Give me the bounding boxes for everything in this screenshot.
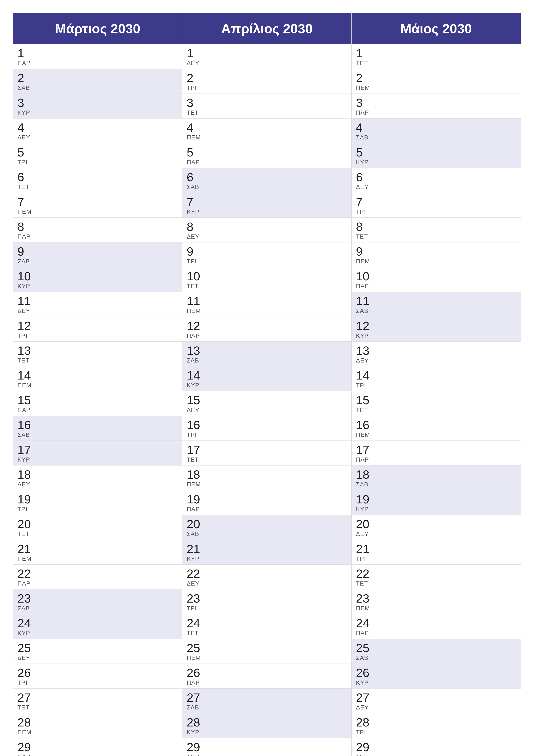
- day-name-m1-d1: ΤΡΙ: [187, 85, 347, 92]
- day-cell-m0-d16: 17ΚΥΡ: [13, 441, 182, 465]
- day-number-m0-d16: 17: [17, 444, 178, 456]
- day-number-m1-d1: 2: [187, 72, 347, 84]
- day-number-m2-d4: 5: [356, 146, 517, 158]
- day-name-m0-d10: ΔΕΥ: [17, 308, 178, 314]
- day-cell-m2-d8: 9ΠΕΜ: [352, 242, 521, 267]
- day-name-m2-d8: ΠΕΜ: [356, 258, 517, 265]
- day-number-m2-d17: 18: [356, 469, 517, 481]
- day-name-m0-d8: ΣΑΒ: [17, 258, 178, 265]
- day-number-m0-d25: 26: [17, 667, 178, 679]
- day-cell-m1-d17: 18ΠΕΜ: [182, 465, 352, 490]
- day-name-m1-d7: ΔΕΥ: [187, 233, 347, 240]
- day-number-m1-d7: 8: [187, 221, 347, 233]
- day-name-m1-d9: ΤΕΤ: [187, 283, 347, 290]
- day-cell-m0-d21: 22ΠΑΡ: [13, 564, 182, 589]
- day-cell-m2-d7: 8ΤΕΤ: [352, 217, 521, 242]
- day-number-m0-d6: 7: [17, 196, 178, 208]
- day-name-m1-d13: ΚΥΡ: [187, 382, 347, 389]
- day-number-m0-d1: 2: [17, 72, 178, 84]
- day-name-m0-d2: ΚΥΡ: [17, 109, 178, 116]
- day-number-m0-d9: 10: [17, 270, 178, 282]
- day-name-m1-d8: ΤΡΙ: [187, 258, 347, 265]
- day-cell-m1-d27: 28ΚΥΡ: [182, 713, 352, 738]
- day-number-m1-d12: 13: [187, 345, 347, 357]
- day-number-m2-d15: 16: [356, 419, 517, 431]
- day-cell-m1-d9: 10ΤΕΤ: [182, 267, 352, 292]
- day-cell-m0-d25: 26ΤΡΙ: [13, 663, 182, 688]
- day-number-m0-d22: 23: [17, 592, 178, 605]
- day-number-m2-d28: 29: [356, 741, 517, 753]
- day-number-m1-d2: 3: [187, 97, 347, 109]
- day-number-m1-d15: 16: [187, 419, 347, 431]
- day-number-m2-d9: 10: [356, 270, 517, 282]
- day-cell-m0-d17: 18ΔΕΥ: [13, 465, 182, 490]
- day-number-m2-d0: 1: [356, 47, 517, 59]
- day-name-m0-d1: ΣΑΒ: [17, 85, 178, 92]
- day-name-m0-d16: ΚΥΡ: [17, 456, 178, 463]
- day-cell-m0-d24: 25ΔΕΥ: [13, 639, 182, 663]
- day-cell-m2-d24: 25ΣΑΒ: [352, 639, 521, 663]
- day-name-m0-d12: ΤΕΤ: [17, 357, 178, 364]
- day-number-m0-d26: 27: [17, 691, 178, 704]
- day-cell-m0-d26: 27ΤΕΤ: [13, 688, 182, 713]
- day-name-m1-d16: ΤΕΤ: [187, 456, 347, 463]
- day-number-m1-d9: 10: [187, 270, 347, 282]
- day-cell-m0-d5: 6ΤΕΤ: [13, 168, 182, 193]
- day-name-m0-d3: ΔΕΥ: [17, 134, 178, 141]
- day-name-m2-d21: ΤΕΤ: [356, 580, 517, 587]
- day-name-m0-d13: ΠΕΜ: [17, 382, 178, 389]
- day-cell-m0-d8: 9ΣΑΒ: [13, 242, 182, 267]
- day-number-m0-d13: 14: [17, 369, 178, 381]
- day-cell-m0-d1: 2ΣΑΒ: [13, 69, 182, 94]
- day-name-m0-d28: ΠΑΡ: [17, 754, 178, 756]
- day-number-m1-d13: 14: [187, 369, 347, 381]
- day-name-m2-d27: ΤΡΙ: [356, 729, 517, 736]
- day-cell-m2-d11: 12ΚΥΡ: [352, 316, 521, 341]
- day-name-m0-d5: ΤΕΤ: [17, 184, 178, 191]
- day-name-m0-d18: ΤΡΙ: [17, 506, 178, 513]
- day-name-m2-d4: ΚΥΡ: [356, 159, 517, 166]
- day-cell-m2-d15: 16ΠΕΜ: [352, 416, 521, 441]
- day-cell-m1-d14: 15ΔΕΥ: [182, 391, 352, 416]
- day-cell-m1-d19: 20ΣΑΒ: [182, 515, 352, 540]
- day-number-m2-d11: 12: [356, 320, 517, 332]
- day-name-m1-d3: ΠΕΜ: [187, 134, 347, 141]
- day-cell-m1-d0: 1ΔΕΥ: [182, 44, 352, 69]
- day-number-m0-d14: 15: [17, 394, 178, 406]
- day-cell-m0-d20: 21ΠΕΜ: [13, 540, 182, 564]
- day-name-m1-d18: ΠΑΡ: [187, 506, 347, 513]
- month-header-1: Απρίλιος 2030: [182, 13, 352, 44]
- day-name-m0-d27: ΠΕΜ: [17, 729, 178, 736]
- calendar-grid: Μάρτιος 2030Απρίλιος 2030Μάιος 20301ΠΑΡ1…: [13, 13, 521, 756]
- day-name-m0-d4: ΤΡΙ: [17, 159, 178, 166]
- day-cell-m1-d26: 27ΣΑΒ: [182, 688, 352, 713]
- day-name-m1-d15: ΤΡΙ: [187, 431, 347, 438]
- day-name-m1-d28: ΔΕΥ: [187, 754, 347, 756]
- day-name-m1-d17: ΠΕΜ: [187, 481, 347, 488]
- day-number-m1-d17: 18: [187, 469, 347, 481]
- month-header-2: Μάιος 2030: [352, 13, 521, 44]
- day-name-m2-d28: ΤΕΤ: [356, 754, 517, 756]
- day-cell-m0-d4: 5ΤΡΙ: [13, 143, 182, 168]
- day-cell-m0-d28: 29ΠΑΡ: [13, 738, 182, 756]
- day-name-m2-d7: ΤΕΤ: [356, 233, 517, 240]
- day-cell-m0-d14: 15ΠΑΡ: [13, 391, 182, 416]
- day-name-m0-d7: ΠΑΡ: [17, 233, 178, 240]
- day-cell-m2-d26: 27ΔΕΥ: [352, 688, 521, 713]
- day-number-m2-d22: 23: [356, 592, 517, 605]
- day-number-m0-d19: 20: [17, 518, 178, 530]
- day-name-m1-d25: ΠΑΡ: [187, 679, 347, 686]
- day-name-m0-d21: ΠΑΡ: [17, 580, 178, 587]
- day-cell-m0-d19: 20ΤΕΤ: [13, 515, 182, 540]
- day-name-m1-d24: ΠΕΜ: [187, 655, 347, 662]
- day-name-m1-d19: ΣΑΒ: [187, 530, 347, 537]
- day-cell-m0-d3: 4ΔΕΥ: [13, 118, 182, 143]
- day-cell-m2-d25: 26ΚΥΡ: [352, 663, 521, 688]
- day-cell-m0-d11: 12ΤΡΙ: [13, 316, 182, 341]
- day-number-m0-d21: 22: [17, 568, 178, 580]
- day-name-m0-d14: ΠΑΡ: [17, 407, 178, 414]
- day-name-m1-d0: ΔΕΥ: [187, 60, 347, 67]
- day-number-m1-d18: 19: [187, 493, 347, 505]
- day-name-m2-d2: ΠΑΡ: [356, 109, 517, 116]
- day-number-m2-d5: 6: [356, 171, 517, 183]
